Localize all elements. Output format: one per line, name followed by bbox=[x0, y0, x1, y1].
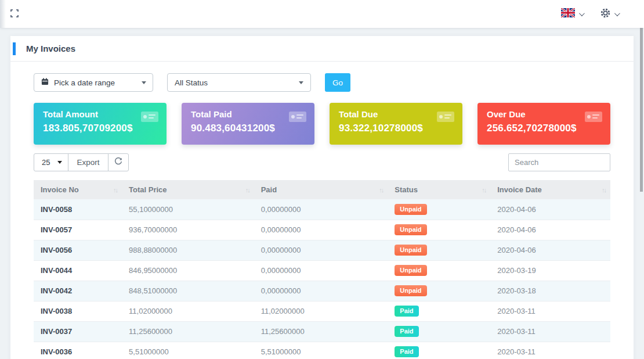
total-price-cell: 11,25600000 bbox=[122, 321, 254, 342]
status-badge: Paid bbox=[395, 326, 418, 337]
status-cell: Unpaid bbox=[388, 199, 490, 220]
table-row: INV-0057 936,70000000 0,00000000 Unpaid … bbox=[34, 220, 610, 240]
status-badge: Unpaid bbox=[395, 245, 426, 256]
status-badge: Unpaid bbox=[395, 204, 426, 215]
paid-cell: 0,00000000 bbox=[254, 199, 388, 220]
status-cell: Paid bbox=[388, 321, 490, 342]
fullscreen-button[interactable] bbox=[10, 9, 19, 19]
sort-icon: ↑↓ bbox=[602, 186, 606, 193]
money-check-icon bbox=[141, 110, 158, 125]
fullscreen-icon bbox=[10, 9, 19, 19]
caret-down-icon bbox=[299, 81, 303, 84]
invoice-table: Invoice No ↑↓ Total Price ↑↓ Paid ↑↓ Sta… bbox=[34, 180, 610, 359]
column-header-paid[interactable]: Paid ↑↓ bbox=[254, 180, 388, 199]
date-range-picker[interactable]: Pick a date range bbox=[34, 73, 153, 92]
invoice-no-cell: INV-0044 bbox=[34, 260, 122, 281]
stat-card-total-due: Total Due 93.322,10278000$ bbox=[330, 103, 462, 145]
table-row: INV-0037 11,25600000 11,25600000 Paid 20… bbox=[34, 321, 610, 342]
table-row: INV-0058 55,10000000 0,00000000 Unpaid 2… bbox=[34, 199, 610, 220]
stat-value: 93.322,10278000$ bbox=[339, 123, 453, 134]
chevron-down-icon bbox=[614, 10, 620, 16]
panel-header: My Invoices bbox=[10, 36, 634, 62]
date-range-label: Pick a date range bbox=[54, 78, 115, 87]
invoices-panel: My Invoices Pick a date range All Status bbox=[10, 36, 634, 359]
table-row: INV-0056 988,88000000 0,00000000 Unpaid … bbox=[34, 240, 610, 260]
title-accent-bar bbox=[13, 42, 16, 55]
status-cell: Unpaid bbox=[388, 281, 490, 301]
page-title: My Invoices bbox=[26, 44, 75, 53]
invoice-date-cell: 2020-03-11 bbox=[490, 321, 610, 342]
uk-flag-icon bbox=[561, 8, 575, 20]
refresh-icon bbox=[114, 157, 122, 167]
table-row: INV-0038 11,02000000 11,02000000 Paid 20… bbox=[34, 301, 610, 321]
stat-label: Total Due bbox=[339, 109, 453, 119]
table-row: INV-0036 5,51000000 5,51000000 Paid 2020… bbox=[34, 342, 610, 359]
total-price-cell: 936,70000000 bbox=[122, 220, 254, 240]
total-price-cell: 55,10000000 bbox=[122, 199, 254, 220]
invoice-no-cell: INV-0056 bbox=[34, 240, 122, 260]
column-label: Status bbox=[395, 185, 418, 194]
export-button[interactable]: Export bbox=[68, 153, 108, 171]
caret-down-icon bbox=[57, 161, 62, 164]
paid-cell: 5,51000000 bbox=[254, 342, 388, 359]
refresh-button[interactable] bbox=[108, 153, 129, 171]
gear-icon bbox=[600, 8, 610, 20]
sort-icon: ↑↓ bbox=[245, 186, 249, 193]
status-badge: Unpaid bbox=[395, 265, 426, 276]
status-selected-value: All Status bbox=[175, 78, 208, 87]
invoice-no-cell: INV-0057 bbox=[34, 220, 122, 240]
status-cell: Paid bbox=[388, 301, 490, 321]
column-label: Total Price bbox=[129, 185, 167, 194]
column-header-status[interactable]: Status ↑↓ bbox=[388, 180, 490, 199]
sort-icon: ↑↓ bbox=[482, 186, 486, 193]
scrollbar-thumb[interactable] bbox=[640, 5, 643, 192]
invoice-date-cell: 2020-03-19 bbox=[490, 260, 610, 281]
status-cell: Unpaid bbox=[388, 220, 490, 240]
sidebar-edge-shadow bbox=[0, 0, 6, 28]
stat-value: 90.483,60431200$ bbox=[191, 123, 305, 134]
invoice-table-body: INV-0058 55,10000000 0,00000000 Unpaid 2… bbox=[34, 199, 610, 359]
column-header-total-price[interactable]: Total Price ↑↓ bbox=[122, 180, 254, 199]
column-label: Invoice Date bbox=[497, 185, 542, 194]
invoice-date-cell: 2020-03-11 bbox=[490, 342, 610, 359]
stat-value: 256.652,70278000$ bbox=[487, 123, 601, 134]
top-navbar bbox=[0, 0, 644, 28]
invoice-date-cell: 2020-04-06 bbox=[490, 199, 610, 220]
stat-card-total-amount: Total Amount 183.805,70709200$ bbox=[34, 103, 167, 145]
stat-label: Over Due bbox=[487, 109, 601, 119]
language-dropdown[interactable] bbox=[561, 8, 583, 20]
status-badge: Paid bbox=[395, 346, 418, 357]
page-size-value: 25 bbox=[42, 158, 50, 167]
table-controls: 25 Export bbox=[34, 153, 610, 171]
stat-label: Total Amount bbox=[43, 109, 157, 119]
status-select[interactable]: All Status bbox=[167, 73, 311, 92]
column-header-invoice-date[interactable]: Invoice Date ↑↓ bbox=[490, 180, 610, 199]
paid-cell: 11,25600000 bbox=[254, 321, 388, 342]
column-label: Paid bbox=[261, 185, 277, 194]
paid-cell: 0,00000000 bbox=[254, 260, 388, 281]
settings-dropdown[interactable] bbox=[600, 8, 618, 20]
go-button[interactable]: Go bbox=[325, 73, 350, 92]
filter-row: Pick a date range All Status Go bbox=[34, 73, 610, 92]
sort-icon: ↑↓ bbox=[113, 186, 117, 193]
invoice-no-cell: INV-0058 bbox=[34, 199, 122, 220]
status-badge: Paid bbox=[395, 306, 418, 317]
invoice-date-cell: 2020-04-06 bbox=[490, 240, 610, 260]
invoice-no-cell: INV-0042 bbox=[34, 281, 122, 301]
stat-value: 183.805,70709200$ bbox=[43, 123, 157, 134]
page-size-select[interactable]: 25 bbox=[34, 153, 68, 171]
status-badge: Unpaid bbox=[395, 224, 426, 235]
stat-label: Total Paid bbox=[191, 109, 305, 119]
page-scrollbar bbox=[638, 0, 644, 359]
table-row: INV-0042 848,51000000 0,00000000 Unpaid … bbox=[34, 281, 610, 301]
column-header-invoice-no[interactable]: Invoice No ↑↓ bbox=[34, 180, 122, 199]
money-check-icon bbox=[289, 110, 306, 125]
total-price-cell: 846,95000000 bbox=[122, 260, 254, 281]
paid-cell: 0,00000000 bbox=[254, 220, 388, 240]
money-check-icon bbox=[437, 110, 454, 125]
table-header: Invoice No ↑↓ Total Price ↑↓ Paid ↑↓ Sta… bbox=[34, 180, 610, 199]
stats-row: Total Amount 183.805,70709200$ Total Pai… bbox=[34, 103, 610, 145]
column-label: Invoice No bbox=[41, 185, 79, 194]
search-input[interactable] bbox=[508, 153, 610, 171]
table-button-group: 25 Export bbox=[34, 153, 129, 171]
